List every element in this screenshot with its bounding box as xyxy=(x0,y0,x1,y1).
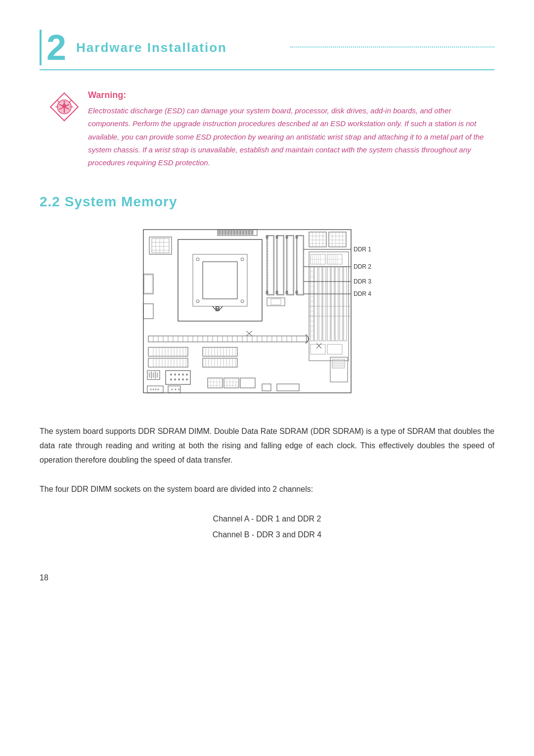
svg-rect-67 xyxy=(276,236,278,238)
page-container: 2 Hardware Installation xyxy=(0,0,534,602)
body-paragraph-1: The system board supports DDR SDRAM DIMM… xyxy=(40,425,494,467)
page-number: 18 xyxy=(40,573,48,582)
svg-rect-257 xyxy=(224,378,239,388)
svg-rect-133 xyxy=(311,344,325,354)
svg-rect-12 xyxy=(219,230,221,235)
svg-rect-34 xyxy=(203,262,237,299)
svg-rect-18 xyxy=(236,230,238,235)
svg-rect-224 xyxy=(203,358,237,367)
chapter-dots xyxy=(290,47,494,47)
svg-point-37 xyxy=(196,300,199,303)
svg-point-241 xyxy=(186,374,188,376)
svg-rect-118 xyxy=(344,267,347,341)
svg-rect-116 xyxy=(335,267,338,341)
chapter-number: 2 xyxy=(40,30,66,65)
motherboard-diagram: B xyxy=(138,225,396,403)
diagram-container: B xyxy=(40,225,494,405)
warning-section: Warning: Electrostatic discharge (ESD) c… xyxy=(40,90,494,169)
svg-rect-112 xyxy=(319,267,322,341)
svg-rect-256 xyxy=(208,378,222,388)
svg-rect-113 xyxy=(323,267,326,341)
svg-rect-258 xyxy=(240,378,255,388)
svg-rect-73 xyxy=(286,236,288,238)
svg-point-237 xyxy=(170,374,172,376)
svg-point-243 xyxy=(174,378,176,380)
svg-rect-79 xyxy=(309,232,326,247)
svg-point-245 xyxy=(182,378,184,380)
svg-rect-25 xyxy=(152,238,169,253)
body-paragraph-2: The four DDR DIMM sockets on the system … xyxy=(40,482,494,497)
svg-rect-70 xyxy=(271,299,281,305)
svg-rect-63 xyxy=(266,236,268,238)
svg-point-255 xyxy=(178,389,180,390)
svg-rect-40 xyxy=(143,274,153,294)
svg-rect-68 xyxy=(276,291,278,294)
channel-a: Channel A - DDR 1 and DDR 2 xyxy=(40,511,494,527)
svg-rect-17 xyxy=(233,230,235,235)
svg-rect-69 xyxy=(267,298,285,306)
svg-rect-20 xyxy=(242,230,244,235)
svg-rect-44 xyxy=(268,236,273,294)
svg-rect-64 xyxy=(266,291,268,294)
section-number: 2.2 xyxy=(40,194,60,209)
svg-rect-33 xyxy=(193,254,247,306)
svg-rect-114 xyxy=(327,267,330,341)
section-title-text: System Memory xyxy=(65,194,178,209)
svg-rect-77 xyxy=(296,236,298,238)
svg-rect-23 xyxy=(251,230,253,235)
svg-rect-42 xyxy=(143,304,153,319)
svg-rect-41 xyxy=(144,275,152,293)
warning-icon xyxy=(49,92,79,122)
svg-rect-22 xyxy=(248,230,250,235)
svg-rect-76 xyxy=(298,236,303,294)
svg-text:DDR 3: DDR 3 xyxy=(354,278,371,285)
svg-point-238 xyxy=(174,374,176,376)
svg-point-35 xyxy=(196,258,199,261)
svg-rect-117 xyxy=(340,267,343,341)
warning-title: Warning: xyxy=(88,90,494,100)
svg-point-248 xyxy=(150,389,152,390)
svg-point-38 xyxy=(241,300,244,303)
svg-rect-19 xyxy=(239,230,241,235)
svg-rect-111 xyxy=(314,267,317,341)
svg-rect-24 xyxy=(149,237,172,254)
chapter-title: Hardware Installation xyxy=(76,40,280,55)
svg-rect-15 xyxy=(227,230,229,235)
svg-text:DDR 1: DDR 1 xyxy=(354,246,371,253)
svg-point-240 xyxy=(182,374,184,376)
chapter-header: 2 Hardware Installation xyxy=(40,30,494,70)
svg-line-6 xyxy=(57,100,59,103)
svg-point-244 xyxy=(178,378,180,380)
svg-point-253 xyxy=(172,389,173,390)
svg-rect-271 xyxy=(262,384,271,391)
svg-point-246 xyxy=(186,378,188,380)
svg-point-5 xyxy=(62,104,66,108)
svg-line-7 xyxy=(69,100,71,103)
svg-text:B: B xyxy=(215,305,220,313)
svg-rect-110 xyxy=(311,267,313,341)
motherboard-wrapper: B xyxy=(138,225,396,405)
svg-rect-14 xyxy=(224,230,226,235)
svg-rect-236 xyxy=(166,371,190,384)
svg-rect-72 xyxy=(288,236,293,294)
svg-rect-212 xyxy=(203,347,237,356)
svg-text:DDR 2: DDR 2 xyxy=(354,263,371,270)
svg-point-239 xyxy=(178,374,180,376)
section-title: 2.2 System Memory xyxy=(40,194,494,210)
svg-point-251 xyxy=(158,389,159,390)
svg-rect-272 xyxy=(277,384,299,391)
channel-list: Channel A - DDR 1 and DDR 2 Channel B - … xyxy=(40,511,494,543)
svg-rect-21 xyxy=(245,230,247,235)
svg-rect-74 xyxy=(286,291,288,294)
svg-point-249 xyxy=(153,389,154,390)
svg-rect-16 xyxy=(230,230,232,235)
svg-rect-115 xyxy=(331,267,334,341)
channel-b: Channel B - DDR 3 and DDR 4 xyxy=(40,527,494,543)
svg-text:DDR 4: DDR 4 xyxy=(354,290,371,297)
svg-point-242 xyxy=(170,378,172,380)
warning-content: Warning: Electrostatic discharge (ESD) c… xyxy=(88,90,494,169)
svg-point-250 xyxy=(155,389,157,390)
svg-rect-66 xyxy=(278,236,283,294)
svg-rect-87 xyxy=(329,232,346,247)
svg-rect-134 xyxy=(327,344,342,354)
